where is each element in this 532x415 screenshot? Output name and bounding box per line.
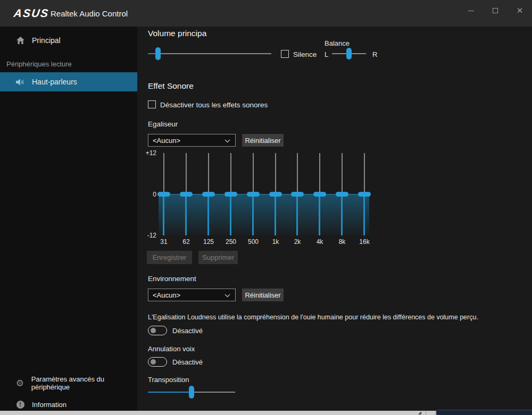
title-bar: ASUS Realtek Audio Control ✕ bbox=[0, 0, 532, 27]
eq-track-lower bbox=[163, 196, 164, 236]
sidebar-item-advanced-settings[interactable]: ⚙ Paramètres avancés du périphérique bbox=[0, 374, 137, 393]
balance-slider[interactable] bbox=[332, 47, 366, 61]
app-window: ASUS Realtek Audio Control ✕ Principal P… bbox=[0, 0, 532, 415]
eq-thumb[interactable] bbox=[313, 192, 326, 197]
speaker-icon bbox=[15, 78, 26, 86]
environment-reset-button[interactable]: Réinitialiser bbox=[242, 289, 284, 301]
eq-band-slider-4k[interactable] bbox=[313, 153, 326, 235]
balance-right-label: R bbox=[372, 50, 377, 58]
disable-all-effects-checkbox[interactable] bbox=[148, 100, 156, 108]
toggle-knob bbox=[151, 359, 156, 365]
eq-delete-button[interactable]: Supprimer bbox=[198, 251, 238, 264]
maximize-button[interactable] bbox=[483, 0, 508, 21]
silence-checkbox[interactable] bbox=[281, 50, 289, 58]
transposition-slider-thumb[interactable] bbox=[189, 386, 194, 399]
home-icon bbox=[15, 36, 26, 45]
horizontal-scrollbar[interactable] bbox=[0, 411, 436, 415]
balance-slider-thumb[interactable] bbox=[346, 48, 352, 60]
transposition-slider[interactable] bbox=[148, 385, 235, 399]
asus-logo: ASUS bbox=[13, 7, 50, 20]
balance-label: Balance bbox=[325, 39, 350, 47]
main-content: Volume principa Silence Balance L R Effe… bbox=[137, 27, 532, 411]
scrollbar-arrow-icon bbox=[418, 411, 421, 414]
toggle-knob bbox=[151, 328, 156, 333]
window-controls: ✕ bbox=[459, 0, 532, 21]
eq-track-lower bbox=[275, 196, 276, 236]
eq-track-upper bbox=[364, 153, 365, 193]
eq-track-upper bbox=[163, 153, 164, 193]
app-title: Realtek Audio Control bbox=[51, 9, 128, 18]
eq-thumb[interactable] bbox=[247, 192, 260, 197]
volume-slider-thumb[interactable] bbox=[155, 47, 161, 60]
eq-band-slider-125[interactable] bbox=[202, 153, 215, 235]
eq-thumb[interactable] bbox=[157, 192, 170, 197]
equalizer-bands bbox=[137, 153, 382, 235]
eq-thumb[interactable] bbox=[336, 192, 348, 197]
eq-thumb[interactable] bbox=[291, 192, 304, 197]
equalizer-label: Egaliseur bbox=[148, 120, 178, 128]
eq-frequency-label: 125 bbox=[198, 238, 219, 245]
equalizer-preset-dropdown[interactable]: <Aucun> bbox=[148, 134, 236, 147]
eq-frequency-label: 500 bbox=[243, 238, 264, 245]
eq-band-slider-250[interactable] bbox=[225, 153, 237, 235]
eq-track-upper bbox=[342, 153, 343, 193]
volume-slider[interactable] bbox=[148, 47, 271, 61]
voice-cancellation-state-label: Désactivé bbox=[172, 358, 203, 366]
eq-thumb[interactable] bbox=[269, 192, 282, 197]
eq-thumb[interactable] bbox=[225, 192, 237, 197]
sidebar-section-playback-devices: Périphériques lecture bbox=[6, 60, 72, 68]
volume-heading: Volume principa bbox=[148, 29, 206, 38]
eq-track-lower bbox=[319, 196, 320, 236]
sidebar-item-label: Principal bbox=[32, 36, 61, 45]
eq-thumb[interactable] bbox=[202, 192, 215, 197]
minimize-button[interactable] bbox=[459, 0, 483, 21]
sidebar-item-principal[interactable]: Principal bbox=[0, 31, 137, 50]
eq-thumb[interactable] bbox=[180, 192, 193, 197]
info-icon: ! bbox=[15, 401, 26, 409]
eq-frequency-label: 4k bbox=[309, 238, 330, 245]
eq-track-lower bbox=[252, 196, 254, 236]
gear-icon: ⚙ bbox=[15, 379, 25, 388]
voice-cancellation-toggle[interactable] bbox=[148, 357, 167, 367]
transposition-label: Transposition bbox=[148, 376, 189, 384]
eq-save-button[interactable]: Enregistrer bbox=[147, 251, 192, 264]
loudness-state-label: Désactivé bbox=[172, 327, 203, 335]
sidebar-item-label: Haut-parleurs bbox=[32, 78, 77, 86]
minimize-icon bbox=[468, 11, 474, 11]
sidebar-item-label: Information bbox=[32, 401, 66, 409]
slider-track bbox=[148, 53, 271, 54]
equalizer-reset-button[interactable]: Réinitialiser bbox=[242, 134, 284, 147]
eq-track-lower bbox=[363, 196, 365, 236]
eq-band-slider-1k[interactable] bbox=[269, 153, 282, 235]
eq-track-lower bbox=[230, 196, 231, 236]
voice-cancellation-label: Annulation voix bbox=[148, 345, 195, 353]
environment-preset-dropdown[interactable]: <Aucun> bbox=[148, 289, 236, 301]
eq-track-lower bbox=[296, 196, 298, 236]
eq-band-slider-500[interactable] bbox=[247, 153, 260, 235]
eq-frequency-label: 16k bbox=[354, 238, 375, 245]
eq-band-slider-62[interactable] bbox=[180, 153, 193, 235]
eq-band-slider-16k[interactable] bbox=[358, 153, 371, 235]
eq-band-slider-8k[interactable] bbox=[336, 153, 348, 235]
sidebar-item-speakers[interactable]: Haut-parleurs bbox=[0, 72, 137, 91]
eq-track-lower bbox=[341, 196, 343, 236]
equalizer-frequency-labels: 31621252505001k2k4k8k16k bbox=[137, 238, 382, 245]
eq-track-lower bbox=[185, 196, 187, 236]
eq-track-upper bbox=[230, 153, 231, 193]
chevron-down-icon bbox=[225, 139, 230, 143]
equalizer-preset-value: <Aucun> bbox=[153, 137, 180, 145]
sidebar-item-label: Paramètres avancés du périphérique bbox=[31, 375, 137, 391]
balance-left-label: L bbox=[325, 50, 328, 58]
scrollbar-divider bbox=[435, 411, 436, 415]
close-button[interactable]: ✕ bbox=[508, 0, 532, 21]
environment-preset-value: <Aucun> bbox=[153, 291, 180, 299]
loudness-toggle[interactable] bbox=[148, 326, 167, 335]
eq-track-upper bbox=[253, 153, 254, 193]
eq-frequency-label: 1k bbox=[265, 238, 286, 245]
eq-frequency-label: 62 bbox=[176, 238, 197, 245]
eq-band-slider-31[interactable] bbox=[157, 153, 170, 235]
eq-thumb[interactable] bbox=[358, 192, 371, 197]
disable-all-effects-label: Désactiver tous les effets sonores bbox=[160, 101, 268, 109]
maximize-icon bbox=[493, 8, 498, 13]
eq-band-slider-2k[interactable] bbox=[291, 153, 304, 235]
